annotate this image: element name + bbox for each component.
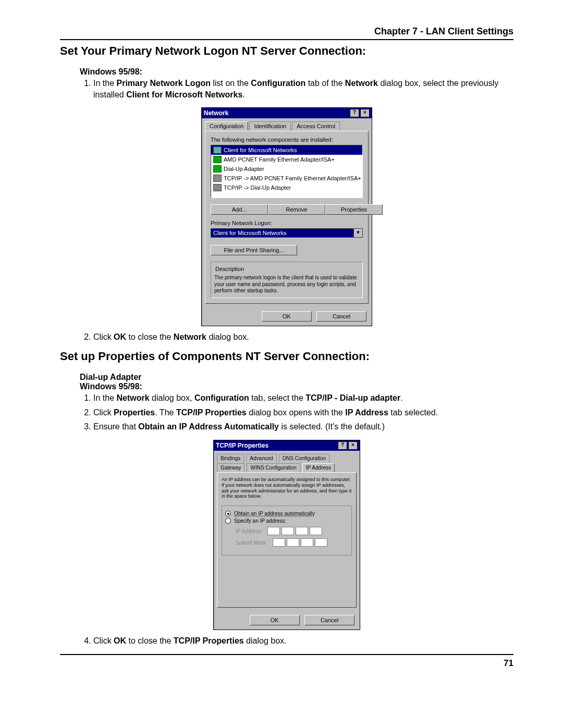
client-icon: [213, 146, 222, 154]
section1-steps: In the Primary Network Logon list on the…: [80, 78, 513, 100]
tab-advanced[interactable]: Advanced: [246, 454, 276, 462]
tab-wins[interactable]: WINS Configuration: [247, 463, 300, 472]
dialog-titlebar: Network ? ×: [202, 108, 372, 118]
tab-identification[interactable]: Identification: [249, 121, 291, 131]
subnet-mask-label: Subnet Mask:: [236, 540, 267, 546]
section-title-2: Set up Properties of Components NT Serve…: [60, 350, 513, 363]
tab-configuration[interactable]: Configuration: [205, 121, 248, 131]
chapter-header: Chapter 7 - LAN Client Settings: [60, 26, 513, 37]
section-title-1: Set Your Primary Network Logon NT Server…: [60, 44, 513, 58]
section2-step2: Click Properties. The TCP/IP Properties …: [93, 407, 513, 418]
list-item[interactable]: TCP/IP -> Dial-Up Adapter: [211, 183, 362, 192]
primary-logon-label: Primary Network Logon:: [211, 220, 363, 226]
dialog-titlebar: TCP/IP Properties ? ×: [214, 440, 360, 451]
header-rule: [60, 39, 513, 40]
subheading-dialup: Dial-up Adapter: [80, 373, 513, 382]
radio-obtain-auto[interactable]: Obtain an IP address automatically: [225, 511, 348, 516]
list-item[interactable]: Dial-Up Adapter: [211, 164, 362, 174]
radio-icon: [225, 511, 231, 516]
ip-address-row: IP Address:: [236, 527, 348, 535]
properties-button[interactable]: Properties: [325, 204, 383, 215]
radio-icon: [225, 518, 231, 524]
adapter-icon: [213, 156, 222, 163]
network-dialog: Network ? × Configuration Identification…: [201, 107, 372, 326]
help-button[interactable]: ?: [338, 441, 347, 450]
tcpip-dialog: TCP/IP Properties ? × Bindings Advanced …: [213, 440, 360, 630]
dialog-title: Network: [204, 109, 228, 117]
page-number: 71: [60, 658, 513, 669]
tcpip-tabs: Bindings Advanced DNS Configuration Gate…: [217, 454, 357, 472]
cancel-button[interactable]: Cancel: [316, 311, 366, 322]
adapter-icon: [213, 165, 222, 172]
tab-access-control[interactable]: Access Control: [292, 121, 340, 131]
section2-step4: Click OK to close the TCP/IP Properties …: [93, 635, 513, 647]
ok-button[interactable]: OK: [262, 311, 312, 322]
chevron-down-icon[interactable]: ▼: [353, 228, 363, 238]
description-text: The primary network logon is the client …: [214, 275, 359, 294]
cancel-button[interactable]: Cancel: [304, 615, 354, 625]
ip-radio-group: Obtain an IP address automatically Speci…: [222, 505, 352, 556]
list-item[interactable]: TCP/IP -> AMD PCNET Family Ethernet Adap…: [211, 174, 362, 183]
ip-address-field[interactable]: [267, 527, 322, 535]
section2-steps-cont: Click OK to close the TCP/IP Properties …: [80, 635, 513, 647]
tab-dns[interactable]: DNS Configuration: [279, 454, 329, 462]
subheading-win9598-2: Windows 95/98:: [80, 382, 513, 391]
components-label: The following network components are ins…: [211, 137, 363, 143]
footer-rule: [60, 654, 513, 655]
close-button[interactable]: ×: [348, 441, 358, 450]
tab-ip-address[interactable]: IP Address: [302, 463, 335, 472]
subheading-win9598-1: Windows 95/98:: [80, 67, 513, 77]
ok-button[interactable]: OK: [250, 615, 300, 625]
tab-gateway[interactable]: Gateway: [217, 463, 244, 472]
section1-step2: Click OK to close the Network dialog box…: [93, 331, 513, 343]
protocol-icon: [213, 184, 222, 191]
primary-logon-value: Client for Microsoft Networks: [211, 228, 353, 238]
primary-logon-select[interactable]: Client for Microsoft Networks ▼: [211, 228, 363, 238]
tab-body-ip: An IP address can be automatically assig…: [217, 472, 357, 608]
protocol-icon: [213, 175, 222, 182]
remove-button[interactable]: Remove: [268, 204, 325, 215]
components-listbox[interactable]: Client for Microsoft Networks AMD PCNET …: [211, 145, 363, 198]
add-button[interactable]: Add...: [211, 204, 268, 215]
ip-address-label: IP Address:: [236, 528, 262, 534]
section1-step1: In the Primary Network Logon list on the…: [93, 78, 513, 100]
section1-steps-cont: Click OK to close the Network dialog box…: [80, 331, 513, 343]
close-button[interactable]: ×: [360, 109, 370, 117]
help-button[interactable]: ?: [350, 109, 359, 117]
file-print-sharing-button[interactable]: File and Print Sharing...: [211, 245, 297, 255]
subnet-mask-field[interactable]: [273, 538, 327, 547]
section2-steps: In the Network dialog box, Configuration…: [80, 392, 513, 433]
dialog-title: TCP/IP Properties: [216, 442, 268, 449]
list-item[interactable]: AMD PCNET Family Ethernet Adapter/ISA+: [211, 155, 362, 164]
section2-step3: Ensure that Obtain an IP Address Automat…: [93, 421, 513, 433]
network-tabs: Configuration Identification Access Cont…: [205, 121, 369, 131]
tab-bindings[interactable]: Bindings: [217, 454, 244, 462]
radio-specify-ip[interactable]: Specify an IP address:: [225, 518, 348, 524]
subnet-mask-row: Subnet Mask:: [236, 538, 348, 547]
section2-step1: In the Network dialog box, Configuration…: [93, 392, 513, 404]
ip-intro-text: An IP address can be automatically assig…: [222, 477, 352, 499]
description-group: Description The primary network logon is…: [211, 262, 363, 298]
list-item[interactable]: Client for Microsoft Networks: [211, 145, 362, 155]
description-label: Description: [214, 266, 245, 272]
tab-body-configuration: The following network components are ins…: [205, 131, 369, 304]
